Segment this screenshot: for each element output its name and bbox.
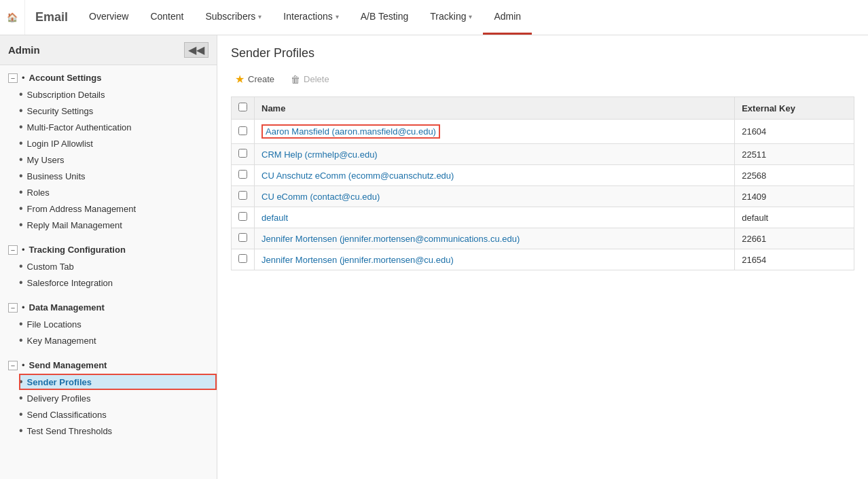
item-bullet-reply-mail: • (19, 219, 23, 230)
sidebar-item-label-security-settings: Security Settings (27, 106, 94, 116)
sidebar-item-label-mfa: Multi-Factor Authentication (27, 122, 132, 132)
row-checkbox-cell (232, 165, 255, 186)
home-icon-wrap[interactable]: 🏠 (0, 0, 25, 35)
row-checkbox-cell (232, 186, 255, 207)
row-external-key-cell: 22661 (735, 228, 854, 249)
nav-item-admin[interactable]: Admin (483, 0, 532, 35)
sidebar-item-key-management[interactable]: •Key Management (19, 332, 217, 349)
expand-icon-tracking-configuration: − (8, 245, 18, 255)
column-checkbox (232, 97, 255, 120)
row-checkbox-6[interactable] (238, 233, 247, 242)
sidebar-group-header-data-management[interactable]: −•Data Management (0, 299, 217, 316)
row-name-cell: CRM Help (crmhelp@cu.edu) (255, 144, 735, 165)
sidebar-item-label-business-units: Business Units (27, 171, 86, 181)
row-name-cell: Jennifer Mortensen (jennifer.mortensen@c… (255, 249, 735, 270)
create-button[interactable]: ★ Create (231, 70, 278, 88)
main-layout: Admin ◀◀ −•Account Settings•Subscription… (0, 35, 868, 479)
app-title: Email (25, 0, 78, 35)
row-name-link-2[interactable]: CRM Help (crmhelp@cu.edu) (261, 149, 378, 160)
sidebar-item-login-ip[interactable]: •Login IP Allowlist (19, 135, 217, 152)
row-name-cell: default (255, 207, 735, 228)
delete-button[interactable]: 🗑 Delete (287, 71, 333, 88)
sidebar-item-file-locations[interactable]: •File Locations (19, 316, 217, 332)
nav-item-subscribers[interactable]: Subscribers▾ (194, 0, 272, 35)
row-checkbox-4[interactable] (238, 191, 247, 200)
row-name-link-7[interactable]: Jennifer Mortensen (jennifer.mortensen@c… (261, 255, 454, 265)
row-checkbox-cell (232, 144, 255, 165)
item-bullet-subscription-details: • (19, 89, 23, 100)
sidebar-item-security-settings[interactable]: •Security Settings (19, 103, 217, 119)
row-name-link-5[interactable]: default (261, 213, 288, 223)
sidebar-item-label-key-management: Key Management (27, 336, 96, 346)
sidebar-items-account-settings: •Subscription Details•Security Settings•… (0, 86, 217, 233)
nav-item-interactions[interactable]: Interactions▾ (272, 0, 349, 35)
group-bullet-tracking-configuration: • (22, 245, 25, 255)
sidebar-group-label-account-settings: Account Settings (29, 73, 102, 83)
row-name-link-1[interactable]: Aaron Mansfield (aaron.mansfield@cu.edu) (261, 124, 440, 139)
row-checkbox-cell (232, 207, 255, 228)
item-bullet-from-address: • (19, 203, 23, 214)
sidebar-item-salesforce-integration[interactable]: •Salesforce Integration (19, 274, 217, 291)
row-name-cell: Aaron Mansfield (aaron.mansfield@cu.edu) (255, 120, 735, 144)
item-bullet-business-units: • (19, 171, 23, 181)
item-bullet-file-locations: • (19, 319, 23, 330)
sidebar-item-custom-tab[interactable]: •Custom Tab (19, 258, 217, 274)
row-checkbox-cell (232, 228, 255, 249)
sidebar-item-label-salesforce-integration: Salesforce Integration (27, 278, 113, 288)
row-checkbox-1[interactable] (238, 126, 247, 135)
row-name-cell: Jennifer Mortensen (jennifer.mortensen@c… (255, 228, 735, 249)
group-bullet-account-settings: • (22, 73, 25, 83)
create-label: Create (248, 74, 274, 84)
nav-item-ab-testing[interactable]: A/B Testing (350, 0, 420, 35)
sidebar-item-label-custom-tab: Custom Tab (27, 262, 74, 272)
item-bullet-login-ip: • (19, 138, 23, 149)
row-external-key-cell: default (735, 207, 854, 228)
table-header-row: Name External Key (232, 97, 854, 120)
nav-item-tracking[interactable]: Tracking▾ (419, 0, 483, 35)
sidebar-item-business-units[interactable]: •Business Units (19, 168, 217, 184)
content-area: Sender Profiles ★ Create 🗑 Delete Name E… (217, 35, 868, 479)
page-title: Sender Profiles (231, 46, 854, 60)
sidebar-item-mfa[interactable]: •Multi-Factor Authentication (19, 119, 217, 135)
sidebar-item-subscription-details[interactable]: •Subscription Details (19, 86, 217, 103)
star-icon: ★ (235, 73, 245, 86)
sidebar-item-reply-mail[interactable]: •Reply Mail Management (19, 217, 217, 233)
row-name-link-4[interactable]: CU eComm (contact@cu.edu) (261, 192, 380, 202)
row-checkbox-cell (232, 249, 255, 270)
sidebar-item-label-sender-profiles: Sender Profiles (27, 377, 92, 387)
sidebar-item-label-subscription-details: Subscription Details (27, 90, 105, 100)
sidebar-group-label-send-management: Send Management (29, 360, 107, 370)
nav-caret-tracking: ▾ (469, 13, 472, 20)
sidebar-group-account-settings: −•Account Settings•Subscription Details•… (0, 65, 217, 237)
sidebar-item-label-from-address: From Address Management (27, 204, 136, 214)
sidebar-group-header-send-management[interactable]: −•Send Management (0, 357, 217, 374)
sidebar-item-send-classifications[interactable]: •Send Classifications (19, 406, 217, 423)
expand-icon-account-settings: − (8, 73, 18, 83)
row-name-cell: CU Anschutz eComm (ecomm@cuanschutz.edu) (255, 165, 735, 186)
sidebar-title: Admin (8, 44, 40, 56)
sidebar-group-header-account-settings[interactable]: −•Account Settings (0, 69, 217, 86)
sidebar-item-my-users[interactable]: •My Users (19, 152, 217, 168)
table-row: CRM Help (crmhelp@cu.edu)22511 (232, 144, 854, 165)
row-checkbox-7[interactable] (238, 254, 247, 263)
sidebar-collapse-button[interactable]: ◀◀ (184, 42, 209, 58)
row-external-key-cell: 21654 (735, 249, 854, 270)
sidebar-item-delivery-profiles[interactable]: •Delivery Profiles (19, 390, 217, 406)
nav-item-content[interactable]: Content (139, 0, 194, 35)
nav-item-overview[interactable]: Overview (78, 0, 139, 35)
trash-icon: 🗑 (291, 74, 300, 85)
sidebar-item-roles[interactable]: •Roles (19, 184, 217, 200)
row-name-link-6[interactable]: Jennifer Mortensen (jennifer.mortensen@c… (261, 234, 520, 244)
row-name-link-3[interactable]: CU Anschutz eComm (ecomm@cuanschutz.edu) (261, 171, 454, 181)
sidebar-item-test-send-thresholds[interactable]: •Test Send Thresholds (19, 423, 217, 439)
sidebar-group-header-tracking-configuration[interactable]: −•Tracking Configuration (0, 241, 217, 258)
sidebar-item-from-address[interactable]: •From Address Management (19, 200, 217, 217)
item-bullet-roles: • (19, 187, 23, 198)
row-checkbox-2[interactable] (238, 149, 247, 158)
select-all-checkbox[interactable] (238, 103, 247, 111)
row-checkbox-5[interactable] (238, 212, 247, 221)
row-name-cell: CU eComm (contact@cu.edu) (255, 186, 735, 207)
sidebar-item-sender-profiles[interactable]: •Sender Profiles (19, 374, 217, 390)
row-checkbox-3[interactable] (238, 170, 247, 179)
row-external-key-cell: 22568 (735, 165, 854, 186)
